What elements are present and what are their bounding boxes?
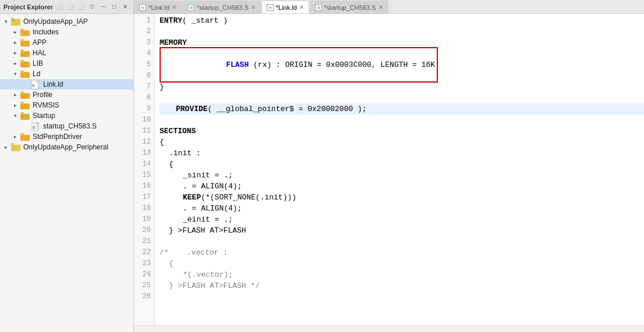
tree-item-label: RVMSIS <box>31 101 59 109</box>
toggle-icon[interactable]: ▾ <box>10 71 20 77</box>
svg-rect-25 <box>20 133 24 135</box>
code-line-12: { <box>160 137 644 148</box>
svg-rect-11 <box>20 60 24 62</box>
code-lines[interactable]: ENTRY( _start ) MEMORY { FLASH (rx) : OR… <box>155 14 644 325</box>
folder-open-icon <box>20 69 30 78</box>
minimize-icon[interactable]: ─ <box>98 2 108 12</box>
panel-header: Project Explorer ⬜ ⬜ ⬜ ▽ ─ □ ✕ <box>0 0 133 14</box>
toggle-icon[interactable]: ▸ <box>10 29 20 35</box>
code-line-1: ENTRY( _start ) <box>160 15 644 26</box>
svg-rect-26 <box>11 145 20 151</box>
tree-item-includes[interactable]: ▸ I Includes <box>0 27 133 37</box>
toggle-icon[interactable]: ▾ <box>1 19 10 24</box>
tree-item-rvmsis[interactable]: ▸ RVMSIS <box>0 100 133 110</box>
tree-item-label: Includes <box>31 28 59 36</box>
svg-rect-27 <box>11 143 14 145</box>
toggle-icon[interactable]: ▸ <box>10 50 20 56</box>
tree-item-only-update-app-iap[interactable]: ▾ OnlyUpdateApp_IAP <box>0 16 133 27</box>
tab-file-icon: .S <box>315 4 322 11</box>
folder-src-icon <box>20 59 30 68</box>
svg-rect-4 <box>20 28 24 31</box>
panel-toolbar: ⬜ ⬜ ⬜ ▽ ─ □ ✕ <box>54 2 130 12</box>
tab-startup-s-1[interactable]: .S *startup_CH583.S ✕ <box>182 1 261 13</box>
code-line-23: { <box>160 258 644 269</box>
svg-rect-9 <box>20 49 24 52</box>
tab-startup-s-2[interactable]: .S *startup_CH583.S ✕ <box>310 1 388 13</box>
tab-link-ld-1[interactable]: ld *Link.ld ✕ <box>134 1 182 13</box>
tab-label: *startup_CH583.S <box>324 4 376 11</box>
toggle-icon[interactable]: ▸ <box>10 40 20 45</box>
code-content: 12345 678910 1112131415 1617181920 21222… <box>134 14 644 325</box>
code-line-15: _sinit = .; <box>160 170 644 181</box>
project-icon <box>10 142 21 152</box>
line-numbers: 12345 678910 1112131415 1617181920 21222… <box>134 14 155 325</box>
code-line-25: } >FLASH AT>FLASH */ <box>160 280 644 291</box>
toggle-icon[interactable]: ▾ <box>10 113 20 119</box>
tree-item-label: Link.ld <box>42 80 63 88</box>
tree-item-label: Profile <box>31 91 52 99</box>
code-line-24: *(.vector); <box>160 269 644 280</box>
project-explorer-panel: Project Explorer ⬜ ⬜ ⬜ ▽ ─ □ ✕ ▾ <box>0 0 134 332</box>
toggle-icon[interactable]: ▸ <box>10 60 20 66</box>
code-line-14: { <box>160 159 644 170</box>
toggle-icon[interactable]: ▸ <box>10 134 20 140</box>
project-tree: ▾ OnlyUpdateApp_IAP ▸ I <box>0 14 133 332</box>
svg-rect-16 <box>20 93 30 99</box>
code-line-13: .init : <box>160 148 644 159</box>
link-icon[interactable]: ⬜ <box>65 2 75 12</box>
tab-link-ld-2[interactable]: ld *Link.ld ✕ <box>261 1 309 13</box>
code-line-10 <box>160 115 644 126</box>
tree-item-label: startup_CH583.S <box>42 122 97 130</box>
toggle-icon[interactable]: ▸ <box>10 92 20 98</box>
code-line-20: } >FLASH AT>FLASH <box>160 225 644 236</box>
tree-item-only-update-app-peripheral[interactable]: ▸ OnlyUpdateApp_Peripheral <box>0 142 133 152</box>
code-line-11: SECTIONS <box>160 126 644 137</box>
svg-rect-21 <box>20 112 24 115</box>
svg-rect-10 <box>20 62 30 67</box>
svg-rect-8 <box>20 51 30 57</box>
tree-item-label: OnlyUpdateApp_IAP <box>22 17 88 26</box>
tree-item-startup-ch583-s[interactable]: .S startup_CH583.S <box>0 121 133 131</box>
dropdown-icon[interactable]: ▽ <box>87 2 97 12</box>
toggle-icon[interactable]: ▸ <box>10 102 20 108</box>
folder-icon: I <box>20 27 30 37</box>
code-line-17: KEEP(*(SORT_NONE(.init))) <box>160 192 644 203</box>
tree-item-label: Startup <box>31 112 55 120</box>
tree-item-label: LIB <box>31 59 43 67</box>
svg-rect-18 <box>20 103 30 109</box>
tree-item-ld[interactable]: ▾ Ld <box>0 69 133 79</box>
code-line-2 <box>160 26 644 37</box>
tab-file-icon: ld <box>267 4 274 11</box>
sync-icon[interactable]: ⬜ <box>76 2 86 12</box>
tab-close-button[interactable]: ✕ <box>251 4 256 10</box>
toggle-icon[interactable]: ▸ <box>1 144 10 150</box>
maximize-icon[interactable]: □ <box>109 2 119 12</box>
tree-item-profile[interactable]: ▸ Profile <box>0 90 133 100</box>
code-line-16: . = ALIGN(4); <box>160 181 644 192</box>
folder-src-icon <box>20 48 30 58</box>
horizontal-scrollbar[interactable] <box>134 325 644 332</box>
code-line-7: } <box>160 81 644 92</box>
svg-rect-19 <box>20 102 24 104</box>
tree-item-startup[interactable]: ▾ Startup <box>0 110 133 121</box>
tab-close-button[interactable]: ✕ <box>378 4 383 10</box>
tab-label: *Link.ld <box>276 4 297 11</box>
editor-panel: ld *Link.ld ✕ .S *startup_CH583.S ✕ ld *… <box>134 0 644 332</box>
close-icon[interactable]: ✕ <box>121 2 130 12</box>
tab-close-button[interactable]: ✕ <box>299 4 304 10</box>
code-line-22: /* .vector : <box>160 247 644 258</box>
tree-item-lib[interactable]: ▸ LIB <box>0 58 133 69</box>
code-line-9: PROVIDE( __global_pointer$ = 0x20002000 … <box>160 103 644 115</box>
tree-item-app[interactable]: ▸ APP <box>0 37 133 48</box>
folder-src-icon <box>20 101 30 110</box>
tree-item-label: Ld <box>31 70 40 78</box>
tab-close-button[interactable]: ✕ <box>172 4 176 10</box>
code-editor[interactable]: 12345 678910 1112131415 1617181920 21222… <box>134 14 644 332</box>
tree-item-link-ld[interactable]: ld Link.ld <box>0 79 133 90</box>
code-line-8 <box>160 92 644 103</box>
tree-item-hal[interactable]: ▸ HAL <box>0 48 133 58</box>
collapse-icon[interactable]: ⬜ <box>54 2 63 12</box>
project-icon <box>10 17 21 26</box>
code-line-26 <box>160 291 644 302</box>
tree-item-stdperiph[interactable]: ▸ StdPeriphDriver <box>0 131 133 142</box>
